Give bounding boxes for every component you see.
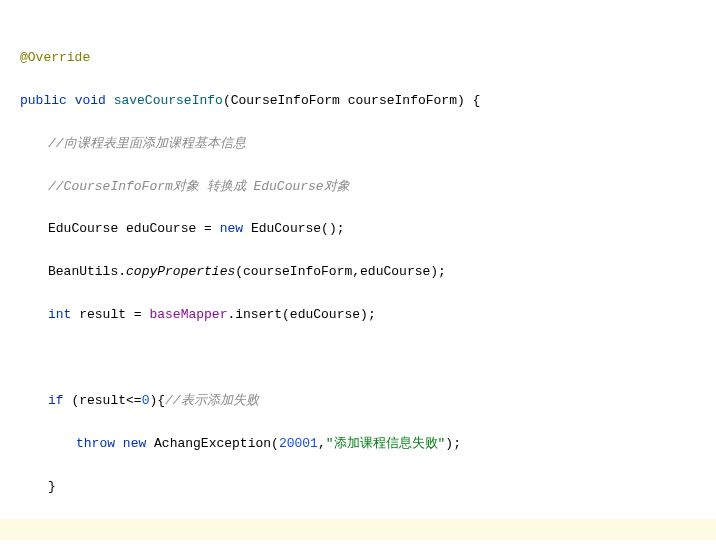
var-declaration: EduCourse eduCourse = new EduCourse(); — [20, 218, 716, 239]
comment-line: //CourseInfoForm对象 转换成 EduCourse对象 — [20, 176, 716, 197]
if-statement: if (result<=0){//表示添加失败 — [20, 390, 716, 411]
var-declaration: int result = baseMapper.insert(eduCourse… — [20, 304, 716, 325]
brace-close: } — [20, 476, 716, 497]
statement: BeanUtils.copyProperties(courseInfoForm,… — [20, 261, 716, 282]
method-signature: public void saveCourseInfo(CourseInfoFor… — [20, 90, 716, 111]
code-editor[interactable]: @Override public void saveCourseInfo(Cou… — [0, 4, 716, 547]
comment-line: //向课程表里面添加课程基本信息 — [20, 133, 716, 154]
blank-line — [20, 347, 716, 368]
highlighted-blank-line — [0, 519, 716, 540]
override-annotation: @Override — [20, 50, 90, 65]
throw-statement: throw new AchangException(20001,"添加课程信息失… — [20, 433, 716, 454]
annotation-line: @Override — [20, 47, 716, 68]
